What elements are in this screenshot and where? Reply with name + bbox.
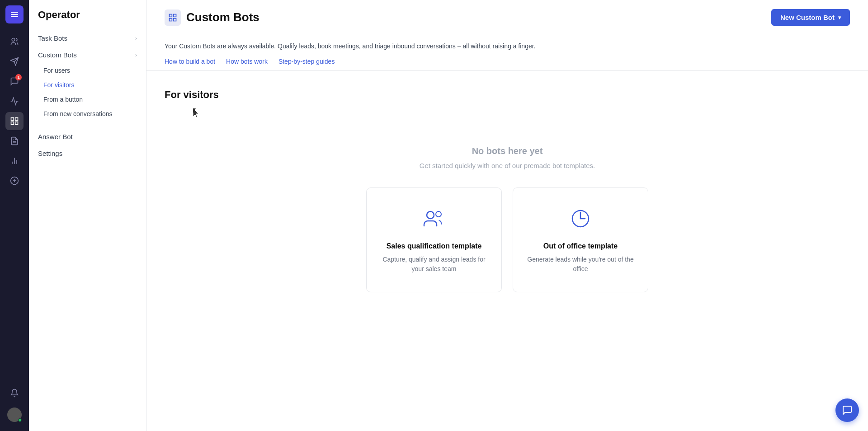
sidebar-item-custom-bots[interactable]: Custom Bots ›	[29, 47, 146, 63]
out-of-office-icon	[568, 206, 593, 233]
svg-rect-3	[11, 118, 14, 121]
svg-point-19	[427, 211, 434, 219]
task-bots-chevron: ›	[135, 35, 137, 42]
step-by-step-link[interactable]: Step-by-step guides	[278, 54, 340, 70]
sidebar-item-task-bots[interactable]: Task Bots ›	[29, 30, 146, 47]
new-custom-bot-button[interactable]: New Custom Bot ▾	[771, 9, 850, 26]
task-bots-label: Task Bots	[38, 34, 67, 42]
new-bot-dropdown-arrow: ▾	[838, 14, 841, 21]
custom-bots-label: Custom Bots	[38, 51, 77, 59]
sales-qualification-title: Sales qualification template	[387, 242, 482, 250]
chat-nav-icon[interactable]: 1	[5, 72, 24, 90]
section-title: For visitors	[165, 89, 850, 101]
svg-rect-17	[170, 18, 172, 21]
notifications-nav-icon[interactable]	[5, 384, 24, 402]
sidebar-item-answer-bot[interactable]: Answer Bot	[29, 128, 146, 145]
left-sidebar: Operator Task Bots › Custom Bots › For u…	[29, 0, 146, 431]
how-to-build-link[interactable]: How to build a bot	[165, 54, 221, 70]
custom-bots-chevron: ›	[135, 52, 137, 58]
svg-rect-16	[174, 14, 176, 17]
svg-point-20	[436, 211, 441, 217]
answer-bot-label: Answer Bot	[38, 133, 73, 141]
svg-rect-15	[170, 14, 172, 17]
for-visitors-label: For visitors	[43, 81, 74, 89]
operator-nav-icon[interactable]	[5, 112, 24, 130]
apps-nav-icon[interactable]	[5, 172, 24, 190]
how-bots-work-link[interactable]: How bots work	[226, 54, 273, 70]
avatar[interactable]	[7, 408, 22, 422]
articles-nav-icon[interactable]	[5, 132, 24, 150]
template-cards: Sales qualification template Capture, qu…	[366, 187, 648, 292]
sidebar-sub-item-from-new-conversations[interactable]: From new conversations	[29, 107, 146, 121]
header-left: Custom Bots	[165, 9, 259, 26]
app-logo[interactable]	[5, 5, 24, 23]
svg-rect-4	[15, 118, 18, 121]
out-of-office-title: Out of office template	[543, 242, 618, 250]
sales-qualification-card[interactable]: Sales qualification template Capture, qu…	[366, 187, 502, 292]
from-new-conversations-label: From new conversations	[43, 110, 113, 117]
empty-state-description: Get started quickly with one of our prem…	[420, 162, 595, 169]
sub-header: Your Custom Bots are always available. Q…	[146, 35, 868, 71]
sales-qualification-desc: Capture, qualify and assign leads for yo…	[380, 255, 488, 274]
reports-nav-icon[interactable]	[5, 152, 24, 170]
sub-header-links: How to build a bot How bots work Step-by…	[165, 54, 850, 70]
svg-point-0	[12, 38, 15, 42]
page-icon	[165, 9, 181, 26]
out-of-office-card[interactable]: Out of office template Generate leads wh…	[513, 187, 648, 292]
main-content: Custom Bots New Custom Bot ▾ Your Custom…	[146, 0, 868, 431]
main-header: Custom Bots New Custom Bot ▾	[146, 0, 868, 35]
online-status-dot	[18, 418, 22, 422]
chat-bubble-button[interactable]	[835, 398, 859, 422]
svg-rect-6	[15, 122, 18, 125]
new-bot-label: New Custom Bot	[780, 14, 835, 21]
svg-rect-5	[11, 122, 14, 125]
out-of-office-desc: Generate leads while you're out of the o…	[527, 255, 634, 274]
settings-label: Settings	[38, 150, 62, 157]
for-users-label: For users	[43, 67, 70, 74]
people-nav-icon[interactable]	[5, 33, 24, 51]
svg-rect-18	[174, 18, 176, 21]
sidebar-title: Operator	[29, 9, 146, 30]
page-title: Custom Bots	[186, 10, 259, 24]
inbox-nav-icon[interactable]	[5, 92, 24, 110]
sidebar-sub-item-from-button[interactable]: From a button	[29, 92, 146, 107]
from-button-label: From a button	[43, 96, 83, 103]
icon-sidebar: 1	[0, 0, 29, 431]
sidebar-sub-item-for-visitors[interactable]: For visitors	[29, 78, 146, 92]
sidebar-sub-item-for-users[interactable]: For users	[29, 63, 146, 78]
sales-qualification-icon	[421, 206, 447, 233]
sub-header-description: Your Custom Bots are always available. Q…	[165, 42, 850, 50]
chat-badge: 1	[15, 74, 22, 80]
empty-state: No bots here yet Get started quickly wit…	[165, 119, 850, 319]
sidebar-item-settings[interactable]: Settings	[29, 145, 146, 162]
send-nav-icon[interactable]	[5, 52, 24, 70]
empty-state-title: No bots here yet	[472, 146, 543, 156]
content-area: For visitors No bots here yet Get starte…	[146, 71, 868, 337]
